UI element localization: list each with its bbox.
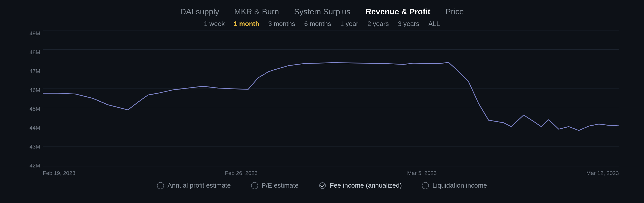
time-2years[interactable]: 2 years [367, 20, 389, 28]
y-label-47m: 47M [20, 68, 40, 75]
legend-label-liquidation: Liquidation income [432, 182, 487, 189]
time-all[interactable]: ALL [428, 20, 440, 28]
legend-circle-annual [157, 182, 164, 189]
legend-label-pe: P/E estimate [262, 182, 299, 189]
legend-circle-liquidation [422, 182, 429, 189]
time-6months[interactable]: 6 months [304, 20, 331, 28]
svg-point-8 [319, 183, 326, 189]
x-label-mar5: Mar 5, 2023 [407, 170, 436, 177]
y-label-45m: 45M [20, 106, 40, 112]
y-label-49m: 49M [20, 30, 40, 37]
y-label-48m: 48M [20, 49, 40, 56]
y-axis: 49M 48M 47M 46M 45M 44M 43M 42M [20, 30, 40, 177]
y-label-46m: 46M [20, 87, 40, 94]
nav-dai-supply[interactable]: DAI supply [180, 7, 219, 16]
time-3months[interactable]: 3 months [268, 20, 295, 28]
legend-pe-estimate[interactable]: P/E estimate [251, 182, 299, 189]
legend-liquidation[interactable]: Liquidation income [422, 182, 487, 189]
legend-check-icon [319, 182, 326, 189]
y-label-43m: 43M [20, 143, 40, 150]
time-3years[interactable]: 3 years [398, 20, 419, 28]
y-label-42m: 42M [20, 162, 40, 169]
time-1month[interactable]: 1 month [234, 20, 259, 28]
legend-label-annual: Annual profit estimate [168, 182, 231, 189]
chart-container: 49M 48M 47M 46M 45M 44M 43M 42M Feb 19, … [20, 30, 624, 177]
time-nav: 1 week 1 month 3 months 6 months 1 year … [204, 16, 440, 28]
x-label-feb19: Feb 19, 2023 [43, 170, 75, 177]
nav-price[interactable]: Price [446, 7, 464, 16]
y-label-44m: 44M [20, 125, 40, 131]
nav-system-surplus[interactable]: System Surplus [294, 7, 350, 16]
legend-fee-income[interactable]: Fee income (annualized) [319, 182, 402, 189]
chart-legend: Annual profit estimate P/E estimate Fee … [157, 177, 487, 189]
nav-revenue-profit[interactable]: Revenue & Profit [366, 7, 430, 16]
time-1week[interactable]: 1 week [204, 20, 225, 28]
legend-label-fee: Fee income (annualized) [330, 182, 402, 189]
legend-annual-profit[interactable]: Annual profit estimate [157, 182, 231, 189]
x-axis: Feb 19, 2023 Feb 26, 2023 Mar 5, 2023 Ma… [43, 170, 619, 177]
nav-mkr-burn[interactable]: MKR & Burn [234, 7, 279, 16]
x-label-mar12: Mar 12, 2023 [586, 170, 619, 177]
main-nav: DAI supply MKR & Burn System Surplus Rev… [180, 0, 464, 16]
x-label-feb26: Feb 26, 2023 [225, 170, 258, 177]
chart-area [43, 30, 619, 166]
time-1year[interactable]: 1 year [340, 20, 358, 28]
legend-circle-pe [251, 182, 258, 189]
